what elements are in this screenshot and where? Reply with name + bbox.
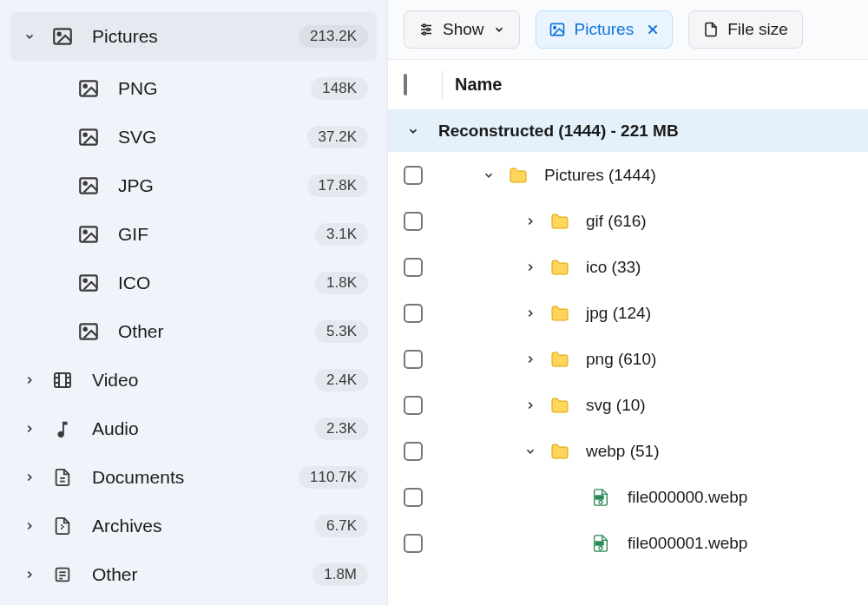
sidebar-item-pictures[interactable]: Pictures 213.2K [10,12,377,61]
sidebar-count: 110.7K [299,466,368,489]
sidebar-count: 1.8K [315,272,368,294]
chevron-down-icon [21,30,38,43]
folder-icon [508,165,530,186]
list-icon [50,565,75,584]
svg-point-37 [553,27,556,30]
sidebar-item-ico[interactable]: ICO1.8K [0,259,387,307]
sidebar-item-svg[interactable]: SVG37.2K [0,113,387,161]
row-checkbox[interactable] [404,212,445,231]
chevron-down-icon[interactable] [522,445,539,457]
tree-file-row[interactable]: file000001.webp [388,520,868,566]
svg-point-7 [84,182,87,185]
row-checkbox[interactable] [404,534,445,553]
group-header-reconstructed[interactable]: Reconstructed (1444) - 221 MB [388,110,868,152]
row-label: jpg (124) [586,304,651,323]
svg-point-13 [84,328,87,331]
sidebar-label: Video [92,370,315,391]
picture-icon [76,77,101,100]
header-checkbox[interactable] [404,76,428,95]
group-label: Reconstructed (1444) - 221 MB [438,122,679,141]
chevron-down-icon[interactable] [480,169,497,181]
chevron-down-icon [407,125,419,137]
sidebar-count: 213.2K [299,25,368,48]
folder-icon [549,349,572,370]
row-label: svg (10) [586,396,646,415]
archive-icon [50,516,75,536]
chevron-right-icon[interactable] [522,307,539,319]
show-button[interactable]: Show [404,10,520,49]
tree-folder-row[interactable]: ico (33) [388,244,868,290]
sidebar-item-video[interactable]: Video2.4K [0,356,387,404]
chevron-right-icon [21,520,38,532]
sidebar-count: 2.3K [315,418,368,440]
filter-chip-label: Pictures [575,20,635,39]
chevron-right-icon[interactable] [522,261,539,273]
sidebar-label: PNG [118,78,311,99]
svg-point-9 [84,231,87,233]
tree-file-row[interactable]: file000000.webp [388,474,868,520]
chevron-right-icon[interactable] [522,399,539,411]
svg-rect-0 [54,29,71,43]
picture-icon [50,25,75,48]
svg-rect-14 [55,373,70,387]
folder-icon [549,303,572,324]
tree-folder-row[interactable]: jpg (124) [388,290,868,336]
svg-rect-40 [595,495,604,500]
audio-icon [50,419,75,438]
chevron-right-icon[interactable] [522,215,539,227]
sidebar-label: SVG [118,127,307,148]
row-checkbox[interactable] [404,304,445,323]
sidebar-item-png[interactable]: PNG148K [0,64,387,113]
row-checkbox[interactable] [404,350,445,369]
tree-folder-row[interactable]: png (610) [388,336,868,382]
sidebar-label: ICO [118,273,315,293]
sidebar-count: 148K [311,77,368,100]
sidebar-count: 17.8K [307,174,368,197]
sidebar-item-audio[interactable]: Audio2.3K [0,404,387,453]
sidebar-label: GIF [118,224,315,245]
tree-folder-row[interactable]: Pictures (1444) [388,152,868,198]
list-header: Name [388,60,868,110]
picture-icon [549,21,566,38]
filter-icon [418,22,434,37]
chevron-right-icon[interactable] [522,353,539,365]
sidebar-item-other[interactable]: Other5.3K [0,307,387,356]
row-checkbox[interactable] [404,166,445,185]
main-panel: Show Pictures File size Name [388,0,868,605]
filter-chip-pictures[interactable]: Pictures [536,10,674,49]
filesize-button[interactable]: File size [688,10,803,49]
row-label: Pictures (1444) [544,166,656,185]
sidebar-item-gif[interactable]: GIF3.1K [0,210,387,259]
row-checkbox[interactable] [404,442,445,461]
close-icon[interactable] [646,23,660,36]
sidebar-item-other[interactable]: Other1.8M [0,550,387,599]
svg-rect-12 [80,324,97,339]
chevron-down-icon [493,23,505,36]
svg-rect-8 [80,227,97,241]
column-name-label[interactable]: Name [455,75,502,95]
svg-rect-2 [80,81,97,95]
tree-folder-row[interactable]: webp (51) [388,428,868,474]
row-checkbox[interactable] [404,396,445,415]
sidebar-item-archives[interactable]: Archives6.7K [0,502,387,550]
sidebar-label: JPG [118,175,307,196]
sidebar-count: 2.4K [315,369,368,391]
sidebar-item-jpg[interactable]: JPG17.8K [0,161,387,210]
sidebar-item-documents[interactable]: Documents110.7K [0,453,387,502]
chevron-right-icon [21,423,38,435]
svg-point-31 [423,24,425,27]
sidebar-count: 1.8M [312,563,368,586]
sidebar-label: Documents [92,467,299,488]
folder-icon [549,441,572,462]
row-checkbox[interactable] [404,258,445,277]
document-icon [703,22,719,37]
svg-point-33 [427,29,430,31]
tree-folder-row[interactable]: gif (616) [388,198,868,244]
picture-icon [76,272,101,294]
video-icon [50,370,75,391]
tree-folder-row[interactable]: svg (10) [388,382,868,428]
svg-rect-4 [80,129,97,144]
row-checkbox[interactable] [404,488,445,507]
svg-point-1 [58,33,61,36]
row-label: gif (616) [586,212,647,231]
